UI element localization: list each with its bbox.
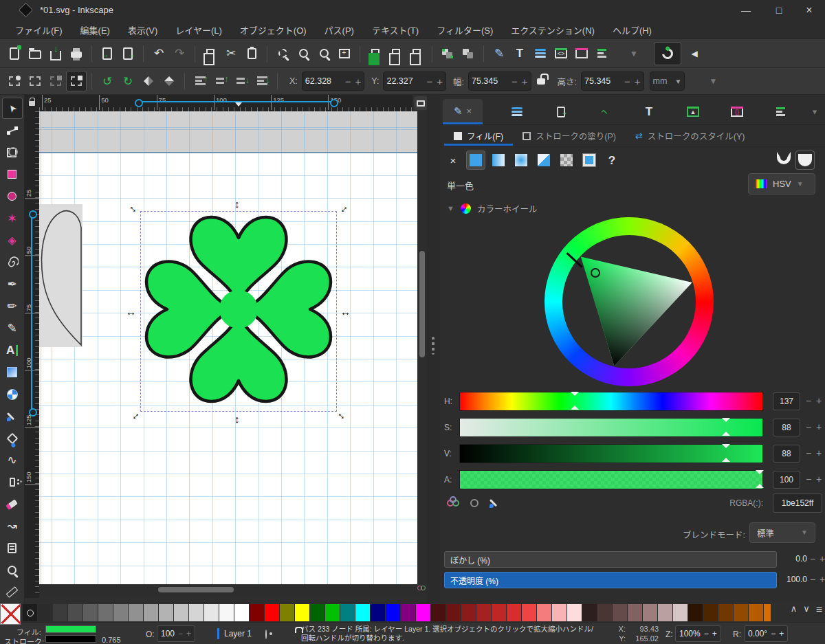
snap-toggle-button[interactable] xyxy=(654,42,681,65)
layer-visibility-toggle[interactable] xyxy=(265,630,267,639)
height-decrement[interactable]: − xyxy=(624,76,630,87)
palette-scroll-down[interactable]: ∨ xyxy=(803,603,810,616)
palette-swatch[interactable] xyxy=(113,604,128,621)
no-color-swatch[interactable] xyxy=(0,603,21,625)
vertical-ruler[interactable]: 255075100125150 xyxy=(25,111,39,598)
alpha-decrement[interactable]: − xyxy=(806,474,811,485)
y-field[interactable]: 22.327−+ xyxy=(383,71,446,91)
node-tool[interactable] xyxy=(2,120,23,141)
palette-swatch[interactable] xyxy=(68,604,82,621)
palette-swatch[interactable] xyxy=(749,604,763,621)
pencil-tool[interactable]: ✏ xyxy=(2,296,23,317)
palette-swatch[interactable] xyxy=(219,604,234,621)
width-increment[interactable]: + xyxy=(522,76,528,87)
palette-swatch[interactable] xyxy=(234,604,249,621)
palette-swatch[interactable] xyxy=(476,604,491,621)
zoom-increment[interactable]: + xyxy=(712,629,717,639)
pages-tool[interactable] xyxy=(2,537,23,559)
text-tool[interactable]: A xyxy=(2,340,23,361)
blend-mode-selector[interactable]: 標準 ▼ xyxy=(749,522,815,543)
alpha-slider[interactable] xyxy=(459,470,763,489)
maximize-button[interactable]: □ xyxy=(763,0,795,21)
print-button[interactable] xyxy=(66,43,87,64)
selection-handle-n[interactable]: ↕ xyxy=(234,199,240,209)
pick-color-dropper-icon[interactable] xyxy=(490,498,500,509)
connector-tool[interactable]: ↝ xyxy=(2,515,23,537)
opacity-field-increment[interactable]: + xyxy=(186,629,191,639)
palette-swatch[interactable] xyxy=(522,604,536,621)
redo-button[interactable]: ↷ xyxy=(169,43,190,64)
palette-swatch[interactable] xyxy=(355,604,370,621)
saturation-value[interactable]: 88 xyxy=(773,419,800,436)
dock-splitter[interactable] xyxy=(427,95,440,603)
selection-box-toggle[interactable] xyxy=(66,71,87,91)
lock-ratio-toggle[interactable] xyxy=(537,78,545,85)
palette-swatch[interactable] xyxy=(250,604,264,621)
export-button[interactable] xyxy=(118,43,138,64)
star-tool[interactable]: ✶ xyxy=(2,208,23,229)
saturation-slider[interactable] xyxy=(459,418,763,437)
x-value[interactable]: 62.328 xyxy=(305,76,341,86)
object-opacity-field[interactable]: 100 − + xyxy=(157,625,195,642)
copy-button[interactable] xyxy=(200,43,221,64)
palette-swatch[interactable] xyxy=(174,604,188,621)
menu-item[interactable]: オブジェクト(O) xyxy=(240,23,307,36)
save-button[interactable] xyxy=(45,43,66,64)
rectangle-tool[interactable] xyxy=(2,164,23,185)
paint-flat-button[interactable] xyxy=(467,151,485,169)
height-field[interactable]: 75.345−+ xyxy=(581,71,644,91)
horizontal-scrollbar[interactable] xyxy=(39,584,417,595)
palette-swatch[interactable] xyxy=(507,604,521,621)
hue-slider-handle[interactable] xyxy=(571,392,579,410)
tab-fill-stroke[interactable]: ✎ × xyxy=(443,99,483,124)
spray-tool[interactable] xyxy=(2,471,23,493)
rotate-ccw-button[interactable]: ↺ xyxy=(97,71,118,91)
paint-linear-gradient-button[interactable] xyxy=(490,151,507,169)
select-all-layers-button[interactable] xyxy=(25,71,45,91)
flip-horizontal-button[interactable] xyxy=(138,71,159,91)
palette-swatch[interactable] xyxy=(53,604,67,621)
palette-swatch[interactable] xyxy=(265,604,279,621)
saturation-slider-handle[interactable] xyxy=(722,418,730,436)
palette-swatch[interactable] xyxy=(83,604,98,621)
zoom-value[interactable]: 100% xyxy=(679,629,701,639)
rotate-cw-button[interactable]: ↻ xyxy=(118,71,138,91)
color-circle-icon[interactable] xyxy=(470,499,478,507)
x-field[interactable]: 62.328−+ xyxy=(302,71,365,91)
horizontal-scrollbar-thumb[interactable] xyxy=(158,587,234,592)
width-value[interactable]: 75.345 xyxy=(472,76,507,86)
palette-swatch[interactable] xyxy=(446,604,461,621)
menu-item[interactable]: 編集(E) xyxy=(80,23,110,36)
toolbar2-overflow-button[interactable]: ▼ xyxy=(703,71,723,91)
menu-item[interactable]: レイヤー(L) xyxy=(175,23,222,36)
tab-xml-editor[interactable]: {} xyxy=(723,99,751,124)
opacity-slider[interactable]: 不透明度 (%) xyxy=(444,572,777,588)
palette-swatch[interactable] xyxy=(718,604,733,621)
deselect-button[interactable] xyxy=(45,71,66,91)
width-decrement[interactable]: − xyxy=(512,76,518,87)
palette-swatch[interactable] xyxy=(431,604,446,621)
width-field[interactable]: 75.345−+ xyxy=(468,71,531,91)
create-clone-button[interactable] xyxy=(386,43,406,64)
palette-swatch[interactable] xyxy=(401,604,415,621)
sv-triangle[interactable] xyxy=(544,217,714,386)
palette-swatch[interactable] xyxy=(628,604,642,621)
stroke-color-indicator[interactable] xyxy=(45,635,96,643)
alpha-slider-handle[interactable] xyxy=(756,470,764,488)
dock-tab-overflow[interactable]: ▾ xyxy=(806,99,824,124)
zoom-frame-button[interactable] xyxy=(334,43,355,64)
zoom-selection-button[interactable] xyxy=(272,43,293,64)
vertical-scrollbar[interactable] xyxy=(417,111,427,584)
menu-item[interactable]: 表示(V) xyxy=(128,23,157,36)
select-all-button[interactable] xyxy=(4,71,25,91)
tab-stroke-paint[interactable]: ストロークの塗り(P) xyxy=(513,126,626,146)
tab-align[interactable] xyxy=(767,99,795,124)
value-decrement[interactable]: − xyxy=(806,447,811,458)
flip-vertical-button[interactable] xyxy=(159,71,179,91)
opacity-increment[interactable]: + xyxy=(820,574,825,585)
fill-color-indicator[interactable] xyxy=(45,625,96,633)
duplicate-button[interactable] xyxy=(365,43,386,64)
ungroup-button[interactable] xyxy=(458,43,478,64)
palette-swatch[interactable] xyxy=(597,604,612,621)
ruler-corner[interactable] xyxy=(25,95,39,111)
